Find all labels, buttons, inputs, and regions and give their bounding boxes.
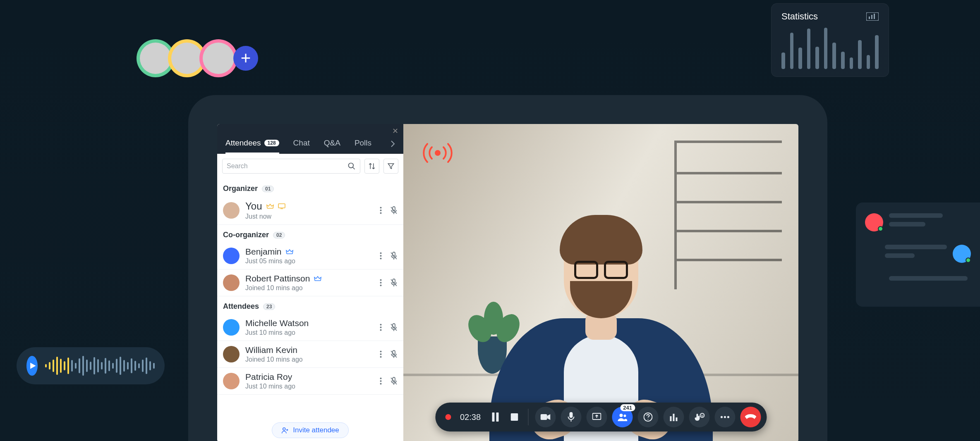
attendee-subtext: Just 10 mins ago	[245, 329, 374, 336]
more-icon[interactable]	[380, 377, 382, 385]
attendee-list: Organizer01YouJust nowCo-organizer02Benj…	[217, 179, 403, 417]
section-count: 01	[262, 186, 274, 192]
more-icon[interactable]	[380, 350, 382, 358]
help-button[interactable]	[637, 407, 658, 427]
stat-bar	[781, 52, 785, 69]
microphone-button[interactable]	[561, 407, 581, 427]
more-options-button[interactable]	[714, 407, 735, 427]
avatar	[223, 346, 240, 362]
mic-muted-icon[interactable]	[390, 377, 398, 385]
end-call-button[interactable]	[740, 407, 761, 427]
search-input[interactable]	[227, 162, 347, 170]
section-header: Organizer01	[217, 179, 403, 196]
svg-point-12	[380, 253, 382, 254]
stop-button[interactable]	[507, 407, 521, 427]
stat-bar	[875, 35, 879, 69]
more-icon[interactable]	[380, 279, 382, 286]
mic-muted-icon[interactable]	[390, 323, 398, 331]
svg-point-29	[380, 356, 382, 358]
section-count: 02	[273, 232, 285, 238]
mic-muted-icon[interactable]	[390, 279, 398, 287]
more-icon[interactable]	[380, 324, 382, 331]
attendee-row[interactable]: Michelle WatsonJust 10 mins ago	[217, 314, 403, 341]
tab-label: Q&A	[324, 138, 340, 148]
attendee-row[interactable]: Robert PattinsonJoined 10 mins ago	[217, 269, 403, 296]
chat-message	[865, 276, 971, 281]
svg-point-17	[380, 279, 382, 281]
tab-label: Chat	[293, 138, 310, 148]
audio-recording-pill[interactable]	[17, 347, 165, 384]
close-icon[interactable]: ✕	[392, 126, 398, 136]
sort-button[interactable]	[364, 159, 379, 174]
svg-point-18	[380, 282, 382, 284]
tab-attendees[interactable]: Attendees128	[225, 138, 279, 153]
attendee-subtext: Just now	[245, 213, 374, 220]
chevron-right-icon[interactable]	[390, 140, 395, 153]
play-button[interactable]	[26, 356, 38, 376]
more-icon[interactable]	[380, 207, 382, 214]
filter-button[interactable]	[383, 159, 398, 174]
tab-label: Attendees	[225, 138, 261, 148]
stat-bar	[832, 43, 836, 69]
avatar	[223, 274, 240, 291]
panel-toolbar	[217, 154, 403, 179]
attendee-row[interactable]: YouJust now	[217, 196, 403, 225]
pause-button[interactable]	[488, 407, 502, 427]
play-icon	[29, 362, 37, 370]
avatar[interactable]	[199, 39, 237, 77]
svg-point-57	[727, 416, 729, 418]
polls-button[interactable]	[663, 407, 684, 427]
stat-bar	[815, 47, 819, 69]
svg-rect-49	[670, 416, 671, 421]
crown-icon	[314, 276, 321, 281]
avatar	[223, 202, 240, 219]
svg-point-8	[380, 210, 382, 211]
camera-button[interactable]	[535, 407, 556, 427]
svg-rect-50	[673, 414, 674, 421]
chat-message	[865, 245, 971, 263]
svg-point-46	[623, 415, 626, 417]
mic-muted-icon[interactable]	[390, 350, 398, 358]
invite-attendee-button[interactable]: Invite attendee	[272, 422, 349, 438]
svg-point-45	[619, 414, 623, 417]
attendee-row[interactable]: BenjaminJust 05 mins ago	[217, 243, 403, 269]
avatar	[953, 245, 971, 263]
participants-button[interactable]: 241	[612, 407, 633, 427]
mic-muted-icon[interactable]	[390, 206, 398, 215]
tab-chat[interactable]: Chat	[293, 138, 310, 153]
svg-point-34	[380, 383, 382, 385]
attendee-name: Robert Pattinson	[245, 274, 310, 284]
attendee-row[interactable]: Patricia RoyJust 10 mins ago	[217, 368, 403, 395]
avatar	[865, 213, 883, 231]
tab-qa[interactable]: Q&A	[324, 138, 340, 153]
svg-line-5	[353, 167, 355, 169]
stat-bar	[858, 40, 862, 69]
stat-bar	[790, 33, 794, 69]
recording-indicator	[445, 414, 451, 420]
svg-point-9	[380, 212, 382, 214]
mic-muted-icon[interactable]	[390, 252, 398, 260]
tab-polls[interactable]: Polls	[355, 138, 371, 153]
reactions-button[interactable]	[689, 407, 709, 427]
search-icon[interactable]	[347, 162, 356, 170]
section-count: 23	[263, 303, 275, 310]
share-screen-button[interactable]	[586, 407, 607, 427]
add-avatar-button[interactable]: +	[233, 46, 258, 71]
stat-bar	[807, 29, 811, 69]
search-input-wrapper[interactable]	[222, 159, 360, 174]
svg-point-55	[720, 416, 722, 418]
add-user-icon	[281, 427, 289, 434]
svg-point-23	[380, 327, 382, 328]
more-icon[interactable]	[380, 252, 382, 260]
attendee-subtext: Just 05 mins ago	[245, 257, 374, 265]
live-indicator	[420, 141, 455, 165]
statistics-card[interactable]: Statistics	[771, 3, 889, 77]
tab-count-badge: 128	[264, 140, 279, 146]
attendee-name: Benjamin	[245, 247, 282, 257]
crown-icon	[266, 203, 274, 209]
svg-point-24	[380, 329, 382, 331]
svg-rect-3	[874, 14, 875, 19]
svg-point-4	[349, 163, 354, 168]
svg-point-37	[283, 428, 285, 430]
attendee-row[interactable]: William KevinJoined 10 mins ago	[217, 341, 403, 368]
